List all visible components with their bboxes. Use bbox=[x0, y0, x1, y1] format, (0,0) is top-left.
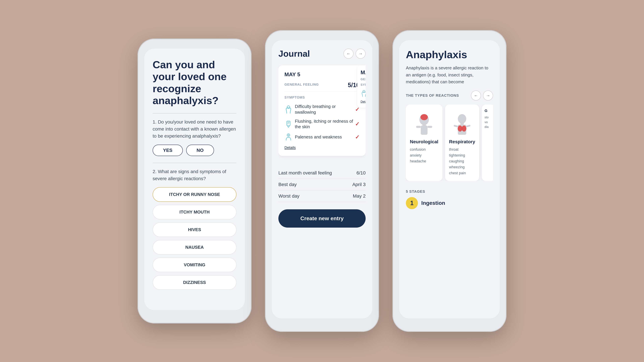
question-2-block: 2. What are signs and symptoms of severe… bbox=[152, 168, 236, 293]
symptom-left-flushing: Flushing, itching or redness of the skin bbox=[284, 118, 355, 130]
stage-1-number: 1 bbox=[406, 197, 418, 209]
symptom-text-flushing: Flushing, itching or redness of the skin bbox=[295, 118, 355, 130]
phone-quiz: Can you and your loved one recognize ana… bbox=[138, 38, 252, 324]
option-vomiting[interactable]: VOMITING bbox=[152, 258, 236, 272]
respiratory-illustration bbox=[449, 110, 475, 136]
reactions-nav-back[interactable]: ← bbox=[471, 90, 481, 100]
svg-rect-1 bbox=[287, 121, 290, 126]
stat-row-best-day: Best day April 3 bbox=[278, 179, 366, 190]
option-itchy-runny-nose[interactable]: ITCHY OR RUNNY NOSE bbox=[152, 187, 236, 202]
breathing-icon bbox=[284, 105, 292, 113]
stages-section: 5 STAGES 1 Ingestion bbox=[406, 186, 493, 209]
reaction-card-partial: G stovodia bbox=[482, 105, 493, 181]
symptom-text-paleness: Paleness and weakness bbox=[295, 134, 342, 140]
reaction-card-neurological: Neurological confusionanxietyheadache bbox=[406, 105, 442, 181]
journal-screen: Journal ← → MAY 5 GENERAL FEELING 5/10 bbox=[272, 40, 372, 319]
reaction-card-respiratory: Respiratory throat tighteningcaughingwhe… bbox=[445, 105, 479, 181]
create-entry-button[interactable]: Create new entry bbox=[278, 209, 366, 228]
peek-symptoms: SYMPT bbox=[360, 83, 366, 87]
quiz-title: Can you and your loved one recognize ana… bbox=[152, 59, 236, 106]
reactions-header: THE TYPES OF REACTIONS ← → bbox=[406, 90, 493, 100]
general-feeling-label: GENERAL FEELING bbox=[284, 83, 319, 86]
symptom-left-paleness: Paleness and weakness bbox=[284, 133, 342, 141]
reactions-title: THE TYPES OF REACTIONS bbox=[406, 93, 459, 98]
svg-rect-13 bbox=[428, 126, 432, 128]
stats-section: Last month overall feeling 6/10 Best day… bbox=[278, 164, 366, 205]
peek-icon-area bbox=[360, 90, 366, 97]
symptom-row-paleness: Paleness and weakness ✓ bbox=[284, 131, 360, 143]
symptom-left-breathing: Difficulty breathing or swallowing bbox=[284, 104, 355, 115]
question-1-block: 1. Do you/your loved one need to have co… bbox=[152, 118, 236, 156]
last-month-value: 6/10 bbox=[356, 170, 366, 176]
check-flushing: ✓ bbox=[355, 121, 360, 127]
journal-cards-row: MAY 5 GENERAL FEELING 5/10 SYMPTOMS bbox=[278, 65, 366, 160]
best-day-label: Best day bbox=[278, 182, 297, 187]
check-paleness: ✓ bbox=[355, 134, 360, 140]
svg-point-18 bbox=[462, 125, 466, 132]
peek-details[interactable]: Detail bbox=[360, 100, 366, 104]
phone-journal: Journal ← → MAY 5 GENERAL FEELING 5/10 bbox=[265, 30, 379, 332]
last-month-label: Last month overall feeling bbox=[278, 170, 332, 176]
ana-title: Anaphylaxis bbox=[406, 49, 493, 60]
peek-symptom-icon bbox=[360, 90, 366, 97]
yes-button[interactable]: YES bbox=[152, 145, 183, 156]
check-breathing: ✓ bbox=[355, 106, 360, 113]
stat-row-last-month: Last month overall feeling 6/10 bbox=[278, 167, 366, 179]
svg-point-16 bbox=[458, 114, 466, 123]
neurological-svg bbox=[414, 110, 434, 136]
question-1-text: 1. Do you/your loved one need to have co… bbox=[152, 118, 236, 140]
svg-point-17 bbox=[458, 125, 462, 132]
worst-day-label: Worst day bbox=[278, 193, 300, 199]
respiratory-name: Respiratory bbox=[449, 139, 475, 144]
journal-title: Journal bbox=[278, 49, 310, 59]
yes-no-row: YES NO bbox=[152, 145, 236, 156]
peek-date: MAY bbox=[360, 69, 366, 76]
svg-rect-12 bbox=[416, 126, 421, 128]
option-nausea[interactable]: NAUSEA bbox=[152, 240, 236, 255]
anaphylaxis-screen: Anaphylaxis Anaphylaxis is a severe alle… bbox=[399, 40, 500, 319]
divider-2 bbox=[152, 163, 236, 163]
journal-nav-forward[interactable]: → bbox=[356, 49, 366, 59]
peek-label: GENE bbox=[360, 78, 366, 81]
stage-1-name: Ingestion bbox=[421, 200, 445, 206]
phone-anaphylaxis: Anaphylaxis Anaphylaxis is a severe alle… bbox=[392, 30, 506, 332]
journal-card-peek: MAY GENE SYMPT Detail bbox=[357, 65, 366, 108]
no-button[interactable]: NO bbox=[186, 145, 214, 156]
details-link[interactable]: Details bbox=[284, 145, 360, 150]
reaction-cards-container: Neurological confusionanxietyheadache bbox=[406, 105, 493, 181]
worst-day-value: May 2 bbox=[353, 193, 366, 199]
reactions-nav-forward[interactable]: → bbox=[483, 90, 493, 100]
reactions-nav-arrows: ← → bbox=[471, 90, 493, 100]
flushing-icon bbox=[284, 120, 292, 128]
symptoms-label: SYMPTOMS bbox=[284, 95, 360, 99]
stat-row-worst-day: Worst day May 2 bbox=[278, 190, 366, 202]
journal-header: Journal ← → bbox=[278, 49, 366, 59]
journal-nav-back[interactable]: ← bbox=[344, 49, 354, 59]
journal-card-may5: MAY 5 GENERAL FEELING 5/10 SYMPTOMS bbox=[278, 65, 366, 156]
card-date-row: MAY 5 bbox=[284, 71, 360, 78]
symptom-row-flushing: Flushing, itching or redness of the skin… bbox=[284, 117, 360, 132]
card-date: MAY 5 bbox=[284, 71, 300, 78]
stages-label: 5 STAGES bbox=[406, 189, 493, 194]
symptom-text-breathing: Difficulty breathing or swallowing bbox=[295, 104, 355, 115]
question-2-text: 2. What are signs and symptoms of severe… bbox=[152, 168, 236, 182]
screens-container: Can you and your loved one recognize ana… bbox=[124, 17, 520, 345]
neurological-illustration bbox=[410, 110, 438, 136]
svg-rect-20 bbox=[466, 125, 471, 127]
svg-point-11 bbox=[420, 114, 428, 120]
paleness-icon bbox=[284, 133, 292, 141]
nav-arrows: ← → bbox=[344, 49, 366, 59]
partial-reaction-name: G bbox=[484, 109, 492, 113]
svg-rect-19 bbox=[454, 125, 458, 127]
symptom-row-breathing: Difficulty breathing or swallowing ✓ bbox=[284, 102, 360, 117]
option-hives[interactable]: HIVES bbox=[152, 222, 236, 237]
best-day-value: April 3 bbox=[352, 182, 366, 187]
option-itchy-mouth[interactable]: ITCHY MOUTH bbox=[152, 205, 236, 219]
stage-1-row: 1 Ingestion bbox=[406, 197, 493, 209]
neurological-name: Neurological bbox=[410, 139, 438, 144]
quiz-screen: Can you and your loved one recognize ana… bbox=[144, 49, 245, 310]
divider-1 bbox=[152, 113, 236, 113]
svg-point-6 bbox=[288, 135, 289, 136]
ana-description: Anaphylaxis is a severe allergic reactio… bbox=[406, 64, 493, 85]
option-dizziness[interactable]: DIZZINESS bbox=[152, 275, 236, 290]
